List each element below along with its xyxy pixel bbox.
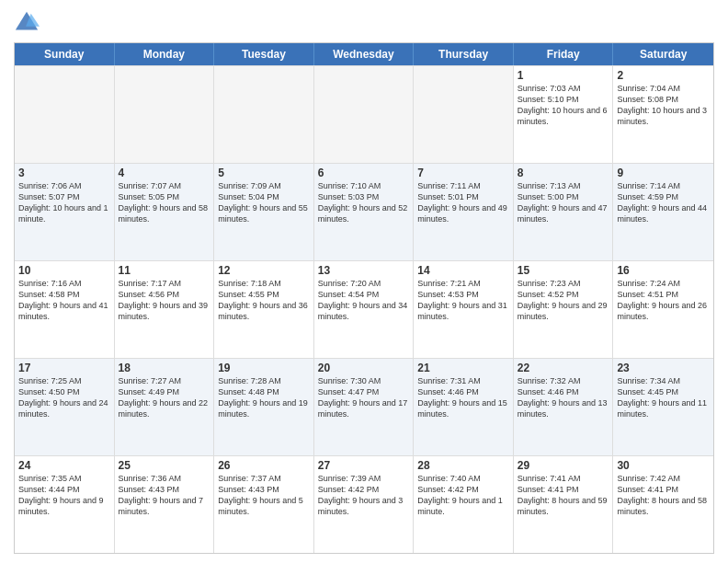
day-number: 12 [218,264,310,277]
calendar-row-2: 3Sunrise: 7:06 AM Sunset: 5:07 PM Daylig… [15,163,713,260]
day-info: Sunrise: 7:23 AM Sunset: 4:52 PM Dayligh… [518,278,609,323]
day-number: 19 [218,362,310,374]
day-number: 20 [318,362,410,374]
calendar-cell: 24Sunrise: 7:35 AM Sunset: 4:44 PM Dayli… [15,456,115,553]
day-info: Sunrise: 7:41 AM Sunset: 4:41 PM Dayligh… [518,473,609,518]
calendar-row-4: 17Sunrise: 7:25 AM Sunset: 4:50 PM Dayli… [15,358,713,455]
day-number: 7 [417,167,509,179]
calendar-cell: 1Sunrise: 7:03 AM Sunset: 5:10 PM Daylig… [514,66,614,163]
calendar-cell: 23Sunrise: 7:34 AM Sunset: 4:45 PM Dayli… [613,359,713,455]
calendar-cell: 16Sunrise: 7:24 AM Sunset: 4:51 PM Dayli… [613,261,713,358]
header-day-friday: Friday [514,43,614,65]
day-info: Sunrise: 7:20 AM Sunset: 4:54 PM Dayligh… [318,278,410,323]
calendar-cell: 5Sunrise: 7:09 AM Sunset: 5:04 PM Daylig… [214,164,314,260]
header-day-monday: Monday [115,43,215,65]
day-info: Sunrise: 7:03 AM Sunset: 5:10 PM Dayligh… [518,83,609,128]
calendar: SundayMondayTuesdayWednesdayThursdayFrid… [14,42,714,554]
day-info: Sunrise: 7:39 AM Sunset: 4:42 PM Dayligh… [318,473,410,518]
calendar-cell [115,66,215,163]
day-info: Sunrise: 7:37 AM Sunset: 4:43 PM Dayligh… [218,473,310,518]
calendar-cell: 19Sunrise: 7:28 AM Sunset: 4:48 PM Dayli… [214,359,314,455]
day-number: 1 [518,69,609,82]
day-info: Sunrise: 7:07 AM Sunset: 5:05 PM Dayligh… [119,180,210,225]
calendar-cell: 2Sunrise: 7:04 AM Sunset: 5:08 PM Daylig… [613,66,713,163]
day-info: Sunrise: 7:35 AM Sunset: 4:44 PM Dayligh… [18,473,110,518]
day-info: Sunrise: 7:40 AM Sunset: 4:42 PM Dayligh… [417,473,509,518]
day-number: 28 [417,459,509,472]
calendar-cell: 8Sunrise: 7:13 AM Sunset: 5:00 PM Daylig… [514,164,614,260]
calendar-cell: 4Sunrise: 7:07 AM Sunset: 5:05 PM Daylig… [115,164,215,260]
day-number: 2 [617,69,710,82]
day-info: Sunrise: 7:04 AM Sunset: 5:08 PM Dayligh… [617,83,710,128]
day-info: Sunrise: 7:31 AM Sunset: 4:46 PM Dayligh… [417,375,509,420]
day-number: 13 [318,264,410,277]
calendar-cell: 29Sunrise: 7:41 AM Sunset: 4:41 PM Dayli… [514,456,614,553]
calendar-cell: 27Sunrise: 7:39 AM Sunset: 4:42 PM Dayli… [314,456,415,553]
header-day-saturday: Saturday [613,43,713,65]
day-number: 22 [518,362,609,374]
calendar-cell: 18Sunrise: 7:27 AM Sunset: 4:49 PM Dayli… [115,359,215,455]
day-info: Sunrise: 7:32 AM Sunset: 4:46 PM Dayligh… [518,375,609,420]
calendar-cell: 30Sunrise: 7:42 AM Sunset: 4:41 PM Dayli… [613,456,713,553]
day-info: Sunrise: 7:21 AM Sunset: 4:53 PM Dayligh… [417,278,509,323]
day-info: Sunrise: 7:10 AM Sunset: 5:03 PM Dayligh… [318,180,410,225]
calendar-body: 1Sunrise: 7:03 AM Sunset: 5:10 PM Daylig… [15,65,713,553]
day-number: 26 [218,459,310,472]
logo [14,9,43,35]
calendar-cell: 3Sunrise: 7:06 AM Sunset: 5:07 PM Daylig… [15,164,115,260]
day-info: Sunrise: 7:14 AM Sunset: 4:59 PM Dayligh… [617,180,710,225]
day-number: 3 [18,167,110,179]
calendar-cell: 15Sunrise: 7:23 AM Sunset: 4:52 PM Dayli… [514,261,614,358]
calendar-row-3: 10Sunrise: 7:16 AM Sunset: 4:58 PM Dayli… [15,260,713,358]
day-info: Sunrise: 7:42 AM Sunset: 4:41 PM Dayligh… [617,473,710,518]
header-day-wednesday: Wednesday [314,43,415,65]
day-info: Sunrise: 7:34 AM Sunset: 4:45 PM Dayligh… [617,375,710,420]
day-number: 11 [119,264,210,277]
calendar-cell: 20Sunrise: 7:30 AM Sunset: 4:47 PM Dayli… [314,359,415,455]
day-info: Sunrise: 7:13 AM Sunset: 5:00 PM Dayligh… [518,180,609,225]
header-day-thursday: Thursday [414,43,514,65]
day-info: Sunrise: 7:06 AM Sunset: 5:07 PM Dayligh… [18,180,110,225]
calendar-cell: 28Sunrise: 7:40 AM Sunset: 4:42 PM Dayli… [414,456,514,553]
day-number: 6 [318,167,410,179]
day-info: Sunrise: 7:18 AM Sunset: 4:55 PM Dayligh… [218,278,310,323]
header-day-sunday: Sunday [15,43,115,65]
day-info: Sunrise: 7:28 AM Sunset: 4:48 PM Dayligh… [218,375,310,420]
calendar-header: SundayMondayTuesdayWednesdayThursdayFrid… [15,43,713,65]
day-number: 21 [417,362,509,374]
day-number: 30 [617,459,710,472]
calendar-cell: 12Sunrise: 7:18 AM Sunset: 4:55 PM Dayli… [214,261,314,358]
calendar-cell: 10Sunrise: 7:16 AM Sunset: 4:58 PM Dayli… [15,261,115,358]
calendar-row-1: 1Sunrise: 7:03 AM Sunset: 5:10 PM Daylig… [15,65,713,163]
calendar-cell: 26Sunrise: 7:37 AM Sunset: 4:43 PM Dayli… [214,456,314,553]
day-number: 29 [518,459,609,472]
day-info: Sunrise: 7:16 AM Sunset: 4:58 PM Dayligh… [18,278,110,323]
day-info: Sunrise: 7:36 AM Sunset: 4:43 PM Dayligh… [119,473,210,518]
day-number: 9 [617,167,710,179]
calendar-cell: 17Sunrise: 7:25 AM Sunset: 4:50 PM Dayli… [15,359,115,455]
calendar-cell: 22Sunrise: 7:32 AM Sunset: 4:46 PM Dayli… [514,359,614,455]
calendar-row-5: 24Sunrise: 7:35 AM Sunset: 4:44 PM Dayli… [15,455,713,553]
calendar-cell [414,66,514,163]
day-number: 14 [417,264,509,277]
day-number: 24 [18,459,110,472]
calendar-cell: 14Sunrise: 7:21 AM Sunset: 4:53 PM Dayli… [414,261,514,358]
day-number: 18 [119,362,210,374]
day-info: Sunrise: 7:11 AM Sunset: 5:01 PM Dayligh… [417,180,509,225]
day-number: 4 [119,167,210,179]
day-info: Sunrise: 7:27 AM Sunset: 4:49 PM Dayligh… [119,375,210,420]
day-info: Sunrise: 7:30 AM Sunset: 4:47 PM Dayligh… [318,375,410,420]
day-number: 5 [218,167,310,179]
calendar-cell: 13Sunrise: 7:20 AM Sunset: 4:54 PM Dayli… [314,261,415,358]
calendar-cell [314,66,415,163]
header-day-tuesday: Tuesday [214,43,314,65]
day-info: Sunrise: 7:25 AM Sunset: 4:50 PM Dayligh… [18,375,110,420]
day-number: 15 [518,264,609,277]
calendar-cell: 9Sunrise: 7:14 AM Sunset: 4:59 PM Daylig… [613,164,713,260]
day-number: 8 [518,167,609,179]
calendar-cell: 21Sunrise: 7:31 AM Sunset: 4:46 PM Dayli… [414,359,514,455]
calendar-cell: 7Sunrise: 7:11 AM Sunset: 5:01 PM Daylig… [414,164,514,260]
day-number: 23 [617,362,710,374]
calendar-cell: 11Sunrise: 7:17 AM Sunset: 4:56 PM Dayli… [115,261,215,358]
day-info: Sunrise: 7:09 AM Sunset: 5:04 PM Dayligh… [218,180,310,225]
